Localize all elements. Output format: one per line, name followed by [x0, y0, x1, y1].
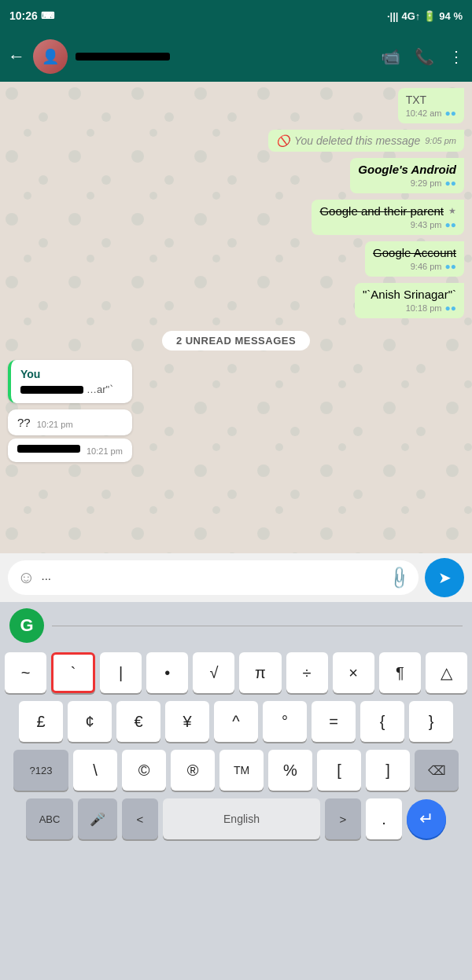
reply-preview-redacted: [20, 386, 83, 394]
read-ticks: ●●: [445, 108, 457, 119]
key-registered[interactable]: ®: [171, 750, 215, 791]
message-row: Google Account 9:46 pm ●●: [8, 241, 464, 277]
incoming-message-bubble-2: 10:21 pm: [8, 439, 132, 462]
contact-avatar[interactable]: 👤: [33, 39, 68, 74]
symbol-key-rows: ~ ` | • √ π ÷ × ¶ △ £ ¢ € ¥ ^ ° = { } ?1…: [0, 649, 472, 980]
key-triangle[interactable]: △: [426, 652, 467, 693]
key-equals[interactable]: =: [312, 701, 356, 742]
toolbar-divider: [52, 626, 463, 626]
menu-button[interactable]: ⋮: [448, 47, 464, 66]
key-backtick[interactable]: `: [51, 652, 95, 693]
keyboard-icon: ⌨: [41, 10, 54, 21]
incoming-message-bubble: ?? 10:21 pm: [8, 409, 132, 435]
key-copyright[interactable]: ©: [122, 750, 166, 791]
key-greater-than[interactable]: >: [325, 798, 361, 839]
emoji-button[interactable]: ☺: [17, 567, 35, 588]
contact-name-bar: [76, 53, 170, 61]
text-input-box[interactable]: ☺ ··· 📎: [8, 560, 419, 595]
message-text: ??: [17, 416, 31, 429]
key-row-3: ?123 \ © ® TM % [ ] ⌫: [5, 750, 467, 791]
message-time: 10:21 pm: [37, 420, 73, 429]
deleted-text: You deleted this message: [294, 134, 420, 147]
message-input-area: ☺ ··· 📎 ➤: [0, 553, 472, 602]
key-percent[interactable]: %: [268, 750, 312, 791]
read-ticks: ●●: [445, 261, 457, 272]
message-time: 10:42 am: [406, 108, 442, 118]
keyboard-area: G ~ ` | • √ π ÷ × ¶ △ £ ¢ € ¥ ^ ° = { }: [0, 602, 472, 980]
key-euro[interactable]: €: [116, 701, 160, 742]
star-icon: ★: [448, 206, 456, 216]
message-bubble-out: Google's Android 9:29 pm ●●: [350, 158, 464, 193]
message-time-2: 10:21 pm: [87, 446, 123, 456]
message-time: 9:43 pm: [411, 220, 442, 229]
network-type: 4G↑: [402, 10, 421, 22]
key-tilde[interactable]: ~: [5, 652, 46, 693]
key-backspace[interactable]: ⌫: [415, 750, 459, 791]
key-close-brace[interactable]: }: [409, 701, 453, 742]
deleted-message-content: 🚫 You deleted this message 9:05 pm: [276, 134, 456, 147]
message-text: TXT: [406, 94, 426, 106]
status-bar-right: ·||| 4G↑ 🔋 94 %: [387, 10, 463, 22]
key-open-bracket[interactable]: [: [317, 750, 361, 791]
grammarly-label: G: [20, 615, 33, 636]
reply-bubble: You …ar"ˋ: [8, 360, 132, 403]
reply-preview-text: …ar"ˋ: [87, 384, 115, 395]
status-bar-left: 10:26 ⌨: [9, 9, 54, 22]
keyboard-toolbar: G: [0, 602, 472, 649]
key-enter[interactable]: ↵: [407, 799, 446, 839]
message-bubble-out: "`Anish Srinagar"` 10:18 pm ●●: [355, 283, 464, 318]
key-less-than[interactable]: <: [122, 798, 158, 839]
key-degree[interactable]: °: [263, 701, 307, 742]
key-row-1: ~ ` | • √ π ÷ × ¶ △: [5, 652, 467, 693]
key-divide[interactable]: ÷: [286, 652, 328, 693]
key-multiply[interactable]: ×: [333, 652, 374, 693]
chat-header: ← 👤 📹 📞 ⋮: [0, 31, 472, 82]
key-yen[interactable]: ¥: [165, 701, 209, 742]
key-pi[interactable]: π: [239, 652, 281, 693]
avatar-image: 👤: [33, 39, 68, 74]
attach-button[interactable]: 📎: [385, 564, 413, 592]
video-call-button[interactable]: 📹: [381, 47, 400, 66]
message-time: 9:05 pm: [425, 136, 456, 145]
battery-percent: 94 %: [439, 10, 463, 22]
message-bubble-out: Google Account 9:46 pm ●●: [365, 241, 464, 277]
grammarly-button[interactable]: G: [9, 608, 44, 643]
signal-icon: ·|||: [387, 10, 399, 22]
message-row: TXT 10:42 am ●●: [8, 88, 464, 123]
read-ticks: ●●: [445, 178, 457, 189]
message-content-row-2: 10:21 pm: [17, 445, 123, 456]
message-time: 10:18 pm: [406, 303, 442, 313]
key-caret[interactable]: ^: [214, 701, 258, 742]
message-text: Google Account: [373, 246, 456, 259]
key-sqrt[interactable]: √: [193, 652, 234, 693]
message-text: Google's Android: [358, 163, 456, 176]
key-pipe[interactable]: |: [100, 652, 142, 693]
key-space[interactable]: English: [163, 798, 320, 839]
key-period[interactable]: .: [366, 798, 402, 839]
read-ticks: ●●: [445, 303, 457, 314]
key-pound[interactable]: £: [19, 701, 63, 742]
key-backslash[interactable]: \: [73, 750, 117, 791]
battery-icon: 🔋: [423, 10, 436, 22]
contact-name-redacted: [76, 53, 170, 61]
key-cent[interactable]: ¢: [68, 701, 112, 742]
key-alpha-switch[interactable]: ABC: [26, 798, 73, 839]
key-row-4: ABC 🎤 < English > . ↵: [5, 798, 467, 839]
voice-call-button[interactable]: 📞: [415, 47, 434, 66]
message-input-field[interactable]: ···: [41, 571, 383, 585]
message-text: "`Anish Srinagar"`: [363, 288, 456, 301]
back-button[interactable]: ←: [8, 46, 25, 67]
key-row-2: £ ¢ € ¥ ^ ° = { }: [5, 701, 467, 742]
key-microphone[interactable]: 🎤: [78, 798, 117, 839]
send-button[interactable]: ➤: [425, 558, 464, 597]
message-row: "`Anish Srinagar"` 10:18 pm ●●: [8, 283, 464, 318]
unread-messages-divider: 2 UNREAD MESSAGES: [8, 331, 464, 351]
key-numeric-switch[interactable]: ?123: [13, 750, 68, 791]
key-open-brace[interactable]: {: [360, 701, 404, 742]
message-time: 9:29 pm: [411, 178, 442, 188]
key-close-bracket[interactable]: ]: [366, 750, 410, 791]
key-bullet[interactable]: •: [146, 652, 188, 693]
key-trademark[interactable]: TM: [219, 750, 264, 791]
message-content-row: ?? 10:21 pm: [17, 416, 123, 429]
key-pilcrow[interactable]: ¶: [379, 652, 421, 693]
